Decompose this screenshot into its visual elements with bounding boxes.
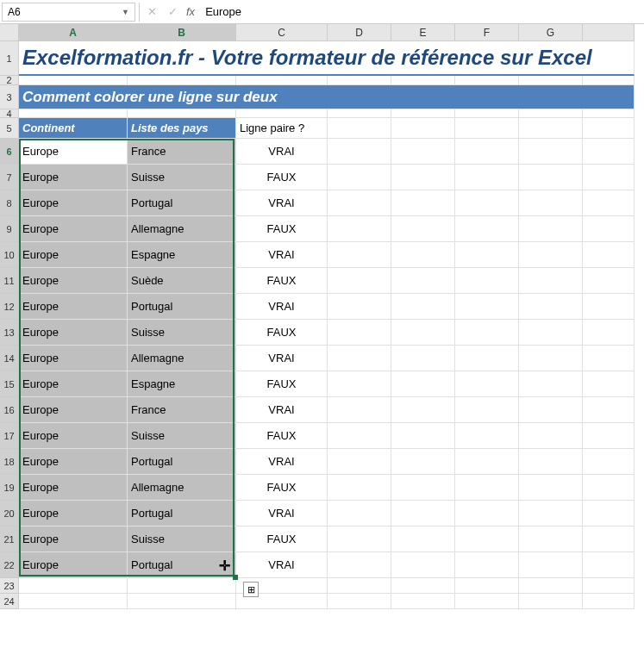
cell[interactable] xyxy=(455,475,519,501)
cell[interactable] xyxy=(455,346,519,371)
cell[interactable] xyxy=(519,371,583,397)
cell[interactable] xyxy=(455,294,519,320)
cell[interactable] xyxy=(391,320,455,346)
cell-continent[interactable]: Europe xyxy=(19,501,128,526)
cell-continent[interactable]: Europe xyxy=(19,371,128,397)
cell[interactable] xyxy=(391,294,455,320)
cell[interactable] xyxy=(391,346,455,371)
cell[interactable] xyxy=(519,190,583,216)
row-header-3[interactable]: 3 xyxy=(0,85,19,109)
cell[interactable] xyxy=(391,578,455,594)
cell[interactable] xyxy=(391,118,455,139)
cell[interactable] xyxy=(583,552,635,578)
row-header-12[interactable]: 12 xyxy=(0,294,19,320)
cell-ligne[interactable]: FAUX xyxy=(236,165,328,190)
cell[interactable] xyxy=(583,76,635,85)
cell[interactable] xyxy=(455,165,519,190)
cell-pays[interactable]: Suisse xyxy=(128,320,236,346)
column-header-D[interactable]: D xyxy=(328,24,391,41)
row-header-6[interactable]: 6 xyxy=(0,139,19,165)
cell-ligne[interactable]: VRAI xyxy=(236,397,328,423)
cell[interactable] xyxy=(583,578,635,594)
row-header-14[interactable]: 14 xyxy=(0,346,19,371)
row-header-16[interactable]: 16 xyxy=(0,397,19,423)
column-header-B[interactable]: B xyxy=(128,24,236,41)
cell[interactable] xyxy=(328,242,391,268)
chevron-down-icon[interactable]: ▼ xyxy=(122,8,129,16)
cell-continent[interactable]: Europe xyxy=(19,190,128,216)
row-header-15[interactable]: 15 xyxy=(0,371,19,397)
column-header-G[interactable]: G xyxy=(519,24,583,41)
row-header-10[interactable]: 10 xyxy=(0,242,19,268)
cell[interactable] xyxy=(328,501,391,526)
column-header-H[interactable] xyxy=(583,24,635,41)
cell[interactable] xyxy=(583,109,635,118)
cell-pays[interactable]: Portugal xyxy=(128,552,236,578)
cell[interactable] xyxy=(328,320,391,346)
cell[interactable] xyxy=(391,501,455,526)
cell[interactable] xyxy=(519,76,583,85)
cell-ligne[interactable]: VRAI xyxy=(236,139,328,165)
cell[interactable] xyxy=(583,371,635,397)
cell-pays[interactable]: Espagne xyxy=(128,371,236,397)
cell[interactable] xyxy=(519,594,583,609)
cell[interactable] xyxy=(328,139,391,165)
table-header-pays[interactable]: Liste des pays xyxy=(128,118,236,139)
cell[interactable] xyxy=(455,109,519,118)
cell[interactable] xyxy=(519,552,583,578)
cell-continent[interactable]: Europe xyxy=(19,268,128,294)
cell-pays[interactable]: France xyxy=(128,397,236,423)
column-header-E[interactable]: E xyxy=(391,24,455,41)
cell-pays[interactable]: Allemagne xyxy=(128,216,236,242)
cell[interactable] xyxy=(19,109,128,118)
cell[interactable] xyxy=(328,397,391,423)
quick-analysis-icon[interactable]: ⊞ xyxy=(243,582,259,597)
cell[interactable] xyxy=(391,165,455,190)
cell[interactable] xyxy=(583,320,635,346)
cell[interactable] xyxy=(19,594,128,609)
cell[interactable] xyxy=(328,118,391,139)
cell[interactable] xyxy=(519,475,583,501)
cell-ligne[interactable]: FAUX xyxy=(236,320,328,346)
cell[interactable] xyxy=(328,165,391,190)
cell[interactable] xyxy=(519,397,583,423)
grid-cells[interactable]: Excelformation.fr - Votre formateur de r… xyxy=(19,41,644,609)
cell-ligne[interactable]: VRAI xyxy=(236,242,328,268)
row-header-7[interactable]: 7 xyxy=(0,165,19,190)
cell[interactable] xyxy=(455,578,519,594)
cell[interactable] xyxy=(328,109,391,118)
row-header-23[interactable]: 23 xyxy=(0,578,19,594)
cell[interactable] xyxy=(583,216,635,242)
cell[interactable] xyxy=(583,449,635,475)
column-header-F[interactable]: F xyxy=(455,24,519,41)
cell[interactable] xyxy=(583,475,635,501)
cell-continent[interactable]: Europe xyxy=(19,397,128,423)
cell[interactable] xyxy=(583,190,635,216)
cell[interactable] xyxy=(583,294,635,320)
cell-continent[interactable]: Europe xyxy=(19,449,128,475)
cell[interactable] xyxy=(236,76,328,85)
cell[interactable] xyxy=(455,526,519,552)
cell[interactable] xyxy=(328,76,391,85)
cell-continent[interactable]: Europe xyxy=(19,552,128,578)
cell[interactable] xyxy=(391,475,455,501)
cell[interactable] xyxy=(391,423,455,449)
cell[interactable] xyxy=(455,190,519,216)
name-box[interactable]: A6 ▼ xyxy=(2,3,135,22)
cell[interactable] xyxy=(455,242,519,268)
cell[interactable] xyxy=(128,76,236,85)
cell[interactable] xyxy=(583,397,635,423)
cell-pays[interactable]: Allemagne xyxy=(128,346,236,371)
cell-ligne[interactable]: FAUX xyxy=(236,268,328,294)
cell[interactable] xyxy=(583,346,635,371)
cell-ligne[interactable]: VRAI xyxy=(236,190,328,216)
cell[interactable] xyxy=(391,190,455,216)
cell-continent[interactable]: Europe xyxy=(19,526,128,552)
cell[interactable] xyxy=(583,594,635,609)
cell[interactable] xyxy=(236,109,328,118)
subtitle[interactable]: Comment colorer une ligne sur deux xyxy=(19,85,635,109)
cell[interactable] xyxy=(519,294,583,320)
row-header-13[interactable]: 13 xyxy=(0,320,19,346)
cell[interactable] xyxy=(391,216,455,242)
cell[interactable] xyxy=(391,139,455,165)
